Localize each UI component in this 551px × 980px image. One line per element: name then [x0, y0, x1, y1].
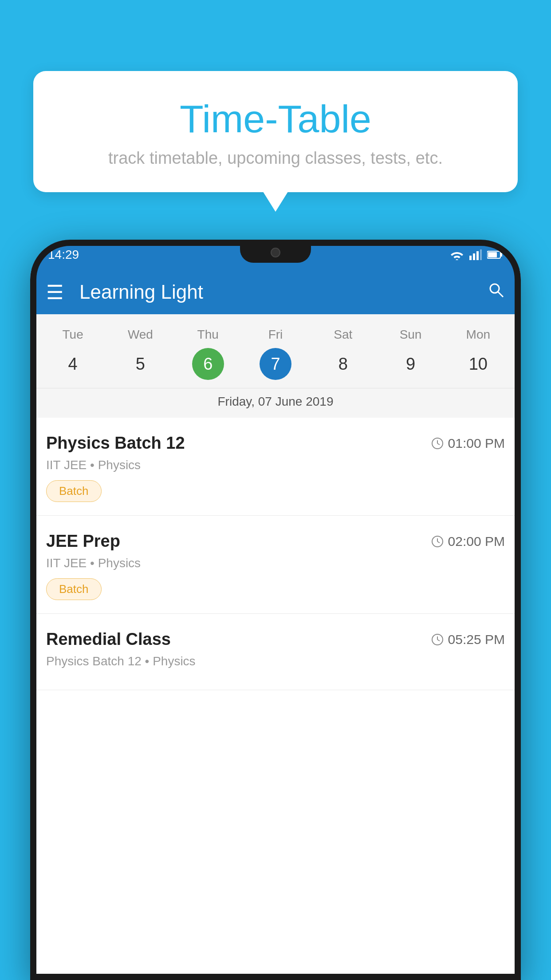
clock-icon: [431, 633, 444, 646]
day-number: 5: [124, 348, 156, 380]
status-icons: [450, 249, 503, 260]
day-number: 8: [327, 348, 359, 380]
day-number: 4: [57, 348, 89, 380]
svg-rect-3: [480, 249, 482, 260]
schedule-item-time: 01:00 PM: [431, 436, 505, 451]
calendar-day-thu[interactable]: Thu6: [174, 328, 242, 380]
day-name: Tue: [63, 328, 83, 342]
svg-line-14: [437, 541, 440, 543]
status-bar: 14:29: [30, 240, 521, 270]
svg-line-11: [437, 443, 440, 445]
calendar-day-mon[interactable]: Mon10: [445, 328, 512, 380]
svg-line-8: [498, 292, 503, 297]
day-number: 9: [395, 348, 427, 380]
clock-icon: [431, 535, 444, 548]
tooltip-title: Time-Table: [64, 98, 487, 141]
svg-line-17: [437, 640, 440, 641]
schedule-item-time: 02:00 PM: [431, 534, 505, 549]
search-icon[interactable]: [487, 281, 505, 303]
schedule-item-title: JEE Prep: [46, 532, 120, 551]
schedule-item-subtitle: IIT JEE • Physics: [46, 458, 505, 472]
day-name: Thu: [197, 328, 219, 342]
tooltip-card: Time-Table track timetable, upcoming cla…: [33, 71, 518, 192]
calendar-day-sat[interactable]: Sat8: [309, 328, 377, 380]
clock-icon: [431, 437, 444, 450]
batch-badge: Batch: [46, 480, 102, 502]
phone-content: ☰ Learning Light Tue4Wed5Thu6Fri7Sat8Sun…: [30, 270, 521, 980]
svg-rect-1: [473, 253, 475, 260]
phone-frame: 14:29 ☰: [30, 240, 521, 980]
day-name: Mon: [466, 328, 490, 342]
calendar-day-sun[interactable]: Sun9: [377, 328, 444, 380]
app-toolbar: ☰ Learning Light: [30, 270, 521, 314]
schedule-item[interactable]: JEE Prep 02:00 PMIIT JEE • PhysicsBatch: [30, 516, 521, 614]
phone-notch: [240, 240, 311, 263]
day-name: Fri: [268, 328, 283, 342]
schedule-item-subtitle: Physics Batch 12 • Physics: [46, 654, 505, 668]
schedule-item-title: Physics Batch 12: [46, 434, 185, 453]
day-number: 7: [260, 348, 291, 380]
day-number: 10: [462, 348, 494, 380]
calendar-day-tue[interactable]: Tue4: [39, 328, 106, 380]
svg-rect-5: [500, 253, 502, 257]
day-name: Wed: [128, 328, 153, 342]
battery-icon: [487, 250, 503, 259]
batch-badge: Batch: [46, 578, 102, 600]
day-name: Sat: [334, 328, 352, 342]
wifi-icon: [450, 249, 464, 260]
calendar-days: Tue4Wed5Thu6Fri7Sat8Sun9Mon10: [30, 323, 521, 384]
day-number: 6: [192, 348, 224, 380]
svg-rect-0: [469, 256, 472, 260]
schedule-item[interactable]: Remedial Class 05:25 PMPhysics Batch 12 …: [30, 614, 521, 690]
calendar-date-label: Friday, 07 June 2019: [30, 388, 521, 418]
status-time: 14:29: [48, 248, 79, 262]
signal-icon: [469, 249, 482, 260]
phone-camera: [271, 248, 280, 257]
menu-icon[interactable]: ☰: [46, 281, 63, 304]
schedule-item-time: 05:25 PM: [431, 632, 505, 647]
svg-rect-2: [476, 251, 479, 260]
svg-rect-6: [488, 252, 497, 257]
toolbar-title: Learning Light: [79, 281, 471, 303]
calendar-day-wed[interactable]: Wed5: [106, 328, 174, 380]
schedule-item[interactable]: Physics Batch 12 01:00 PMIIT JEE • Physi…: [30, 418, 521, 516]
calendar-day-fri[interactable]: Fri7: [242, 328, 309, 380]
schedule-item-title: Remedial Class: [46, 630, 171, 649]
schedule-list: Physics Batch 12 01:00 PMIIT JEE • Physi…: [30, 418, 521, 980]
day-name: Sun: [400, 328, 422, 342]
tooltip-subtitle: track timetable, upcoming classes, tests…: [64, 149, 487, 168]
calendar-strip: Tue4Wed5Thu6Fri7Sat8Sun9Mon10 Friday, 07…: [30, 314, 521, 418]
schedule-item-subtitle: IIT JEE • Physics: [46, 556, 505, 570]
